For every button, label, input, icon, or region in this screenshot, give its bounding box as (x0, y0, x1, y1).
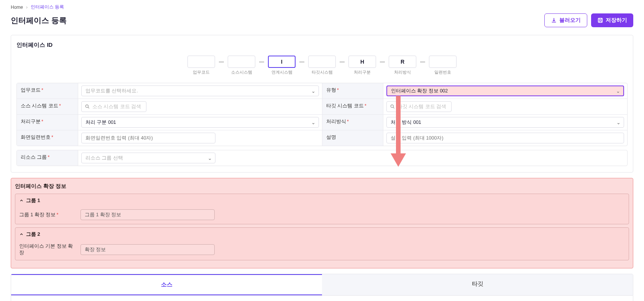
save-icon (597, 17, 603, 23)
group-2: 그룹 2 인터페이스 기본 정보 확장 확장 정보 (15, 227, 629, 260)
label-source-sys: 소스 시스템 코드* (17, 99, 78, 114)
label-serial: 화면일련번호* (17, 130, 78, 146)
label-bizcode: 업무코드* (17, 83, 78, 99)
svg-point-2 (391, 105, 393, 107)
id-box-serial[interactable] (429, 56, 457, 68)
chevron-up-icon (19, 198, 24, 203)
svg-point-1 (85, 105, 88, 107)
tab-target[interactable]: 타깃 (322, 274, 633, 295)
select-bizcode[interactable]: 업무코드를 선택하세요. ⌄ (81, 86, 319, 96)
select-procdiv[interactable]: 처리 구분 001 ⌄ (81, 117, 319, 128)
group-1-label: 그룹 1 확장 정보* (19, 212, 77, 218)
input-serial[interactable] (81, 133, 215, 143)
id-box-bizcode[interactable] (187, 56, 215, 68)
label-procmethod: 처리방식* (322, 115, 383, 130)
tab-source[interactable]: 소스 (11, 274, 322, 296)
page-title: 인터페이스 등록 (11, 15, 67, 26)
group-1-input[interactable]: 그룹 1 확장 정보 (80, 209, 215, 220)
input-desc[interactable] (386, 133, 624, 143)
label-resource: 리소스 그룹* (17, 150, 78, 166)
breadcrumb-home[interactable]: Home (11, 5, 23, 10)
group-2-label: 인터페이스 기본 정보 확장 (19, 243, 77, 256)
select-resource[interactable]: 리소스 그룹 선택 ⌄ (81, 153, 215, 163)
search-target-sys[interactable] (386, 101, 452, 112)
select-type[interactable]: 인터페이스 확장 정보 002 ⌄ (386, 86, 624, 96)
select-procmethod[interactable]: 처리 방식 001 ⌄ (386, 117, 624, 128)
chevron-down-icon: ⌄ (311, 88, 315, 94)
save-button[interactable]: 저장하기 (591, 13, 633, 27)
id-box-procmethod[interactable]: R (389, 56, 416, 68)
id-box-link[interactable]: I (268, 56, 296, 68)
search-icon (390, 104, 395, 109)
download-icon (551, 17, 557, 23)
group-2-input[interactable]: 확장 정보 (80, 244, 215, 255)
ext-info-section: 인터페이스 확장 정보 그룹 1 그룹 1 확장 정보* 그룹 1 확장 정보 … (11, 178, 633, 268)
chevron-down-icon: ⌄ (311, 120, 315, 125)
breadcrumb-current: 인터페이스 등록 (31, 4, 64, 10)
chevron-right-icon: › (26, 5, 28, 10)
label-type: 유형* (322, 83, 383, 99)
svg-rect-0 (598, 18, 603, 23)
breadcrumb: Home › 인터페이스 등록 (11, 4, 633, 10)
label-target-sys: 타깃 시스템 코드* (322, 99, 383, 114)
chevron-down-icon: ⌄ (208, 155, 212, 161)
id-section-label: 인터페이스 ID (16, 41, 628, 49)
group-1-toggle[interactable]: 그룹 1 (15, 194, 629, 207)
chevron-down-icon: ⌄ (616, 88, 620, 94)
load-button[interactable]: 불러오기 (544, 13, 587, 27)
label-desc: 설명 (322, 130, 383, 146)
chevron-up-icon (19, 232, 24, 237)
search-source-sys[interactable] (81, 101, 146, 112)
search-icon (85, 104, 90, 109)
id-box-source[interactable] (228, 56, 255, 68)
group-1: 그룹 1 그룹 1 확장 정보* 그룹 1 확장 정보 (15, 194, 629, 224)
label-procdiv: 처리구분* (17, 115, 78, 130)
chevron-down-icon: ⌄ (616, 120, 621, 125)
id-box-target[interactable] (308, 56, 336, 68)
ext-section-title: 인터페이스 확장 정보 (15, 183, 629, 190)
id-box-procdiv[interactable]: H (348, 56, 376, 68)
group-2-toggle[interactable]: 그룹 2 (15, 228, 629, 241)
